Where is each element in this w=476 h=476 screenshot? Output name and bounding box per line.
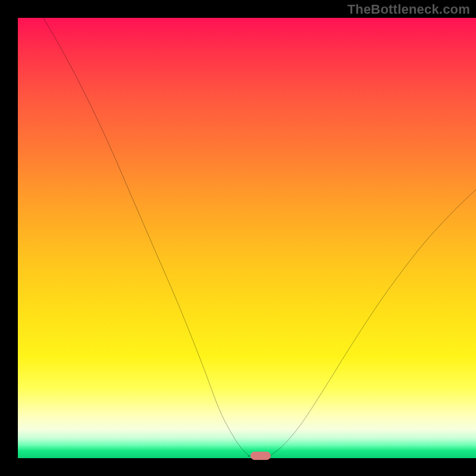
chart-frame: TheBottleneck.com bbox=[0, 0, 476, 476]
watermark-text: TheBottleneck.com bbox=[347, 2, 470, 17]
gradient-plot-area bbox=[18, 18, 476, 458]
valley-marker bbox=[250, 452, 271, 460]
